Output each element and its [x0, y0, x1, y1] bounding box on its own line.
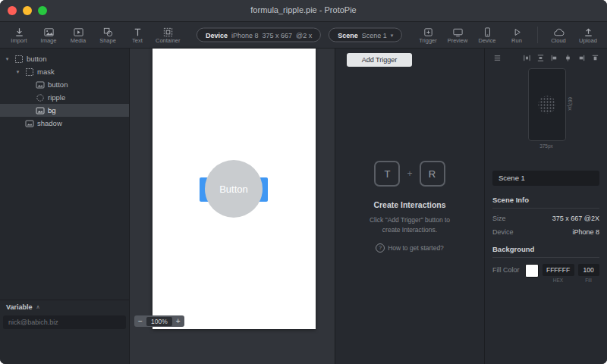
ripple-circle-layer[interactable]: Button — [205, 160, 263, 218]
layer-label: ripple — [48, 93, 65, 102]
ripple-dots-illustration — [537, 95, 557, 115]
scene-name-input[interactable] — [492, 171, 599, 186]
preview-tool-button[interactable]: Preview — [446, 27, 469, 44]
image-tool-button[interactable]: Image — [37, 27, 60, 44]
align-right-icon[interactable] — [577, 53, 586, 62]
layout-grid-icon[interactable] — [492, 53, 502, 62]
device-pill[interactable]: Device iPhone 8 375 x 667 @2 x — [197, 28, 321, 42]
tool-label: Text — [132, 38, 143, 44]
zoom-out-button[interactable]: − — [136, 316, 145, 326]
text-icon — [132, 27, 143, 38]
layer-row-mask[interactable]: ▾ mask — [0, 65, 129, 78]
image-layer-icon — [36, 106, 45, 115]
get-started-label: How to get started? — [388, 244, 444, 252]
layer-tree: ▾ button ▾ mask button ripple — [0, 49, 129, 130]
preview-icon — [452, 27, 464, 38]
distribute-vertical-icon[interactable] — [536, 53, 545, 62]
image-layer-icon — [25, 119, 34, 128]
tool-label: Upload — [579, 38, 597, 44]
cloud-tool-button[interactable]: Cloud — [547, 27, 570, 44]
canvas-area[interactable]: Button − 100% + — [130, 49, 335, 364]
hex-field-group: FFFFFF HEX — [543, 264, 574, 283]
chevron-down-icon: ▾ — [391, 32, 394, 38]
zoom-control: − 100% + — [134, 315, 184, 327]
device-tool-button[interactable]: Device — [476, 27, 498, 44]
scene-preview: 667px 375px — [492, 67, 599, 164]
shape-icon — [102, 27, 114, 38]
fill-opacity-input[interactable]: 100 — [578, 264, 599, 276]
trigger-icon — [423, 27, 434, 38]
disclosure-triangle-icon[interactable]: ▾ — [3, 56, 11, 62]
media-icon — [73, 27, 84, 38]
variable-section-header[interactable]: Variable ∧ — [0, 300, 129, 314]
layer-row-shadow[interactable]: shadow — [0, 117, 129, 130]
get-started-link[interactable]: ? How to get started? — [335, 243, 484, 253]
text-tool-button[interactable]: Text — [126, 27, 149, 44]
scene-pill[interactable]: Scene Scene 1 ▾ — [329, 28, 402, 42]
device-pill-label: Device — [206, 31, 228, 39]
variable-list-empty — [0, 332, 129, 364]
upload-icon — [583, 27, 594, 38]
layer-row-ripple[interactable]: ripple — [0, 91, 129, 104]
container-layer-icon — [14, 55, 24, 64]
media-tool-button[interactable]: Media — [67, 27, 90, 44]
shape-tool-button[interactable]: Shape — [96, 27, 119, 44]
align-left-icon[interactable] — [549, 53, 558, 62]
scene-pill-label: Scene — [338, 31, 358, 39]
tool-label: Container — [156, 38, 181, 44]
distribute-horizontal-icon[interactable] — [522, 53, 531, 62]
device-pill-model: iPhone 8 — [231, 31, 259, 39]
variable-label: Variable — [6, 303, 33, 311]
hex-caption: HEX — [553, 278, 563, 283]
sidebar-footer: Variable ∧ nick@babich.biz — [0, 300, 129, 364]
scene-info-title: Scene Info — [492, 196, 599, 209]
container-icon — [162, 27, 174, 38]
layer-row-bg[interactable]: bg — [0, 104, 129, 117]
hex-input[interactable]: FFFFFF — [543, 264, 574, 276]
fill-color-row: Fill Color FFFFFF HEX 100 Fill — [492, 264, 599, 283]
properties-toolbar — [492, 52, 599, 64]
device-icon — [482, 27, 493, 38]
container-tool-button[interactable]: Container — [156, 27, 181, 44]
fill-field-group: 100 Fill — [578, 264, 599, 283]
layer-label: bg — [48, 106, 56, 115]
upload-tool-button[interactable]: Upload — [577, 27, 599, 44]
align-top-icon[interactable] — [590, 53, 599, 62]
add-trigger-button[interactable]: Add Trigger — [347, 53, 412, 67]
artboard[interactable]: Button — [153, 49, 316, 329]
layer-row-button-image[interactable]: button — [0, 78, 129, 91]
empty-state-heading: Create Interactions — [335, 200, 484, 209]
button-text: Button — [219, 184, 248, 195]
layer-row-button-container[interactable]: ▾ button — [0, 52, 129, 65]
titlebar: formula_ripple.pie - ProtoPie — [0, 0, 607, 22]
scene-height-label: 667px — [568, 97, 573, 111]
trigger-response-illustration: T + R — [335, 161, 484, 187]
background-section: Background Fill Color FFFFFF HEX 100 Fil… — [492, 245, 599, 283]
plus-icon: + — [407, 168, 412, 179]
toolbar-left-tools: Import Image Media Shape Text Container — [8, 27, 181, 44]
trigger-empty-state: T + R Create Interactions Click "Add Tri… — [335, 161, 484, 253]
import-icon — [14, 27, 25, 38]
toolbar-center: Device iPhone 8 375 x 667 @2 x Scene Sce… — [197, 28, 402, 42]
trigger-tool-button[interactable]: Trigger — [417, 27, 439, 44]
layer-label: button — [48, 80, 68, 89]
tool-label: Cloud — [551, 38, 566, 44]
layer-label: mask — [37, 67, 55, 76]
run-tool-button[interactable]: Run — [505, 27, 528, 44]
scene-width-label: 375px — [528, 143, 565, 149]
size-value: 375 x 667 @2X — [552, 215, 599, 222]
align-center-horizontal-icon[interactable] — [563, 53, 572, 62]
import-tool-button[interactable]: Import — [8, 27, 30, 44]
toolbar-divider — [537, 27, 538, 43]
disclosure-triangle-icon[interactable]: ▾ — [14, 69, 22, 75]
device-row: Device iPhone 8 — [492, 228, 599, 236]
trigger-letter-icon: T — [374, 161, 400, 187]
image-icon — [43, 27, 55, 38]
fill-color-swatch[interactable] — [525, 264, 539, 278]
layer-label: button — [27, 55, 46, 63]
account-email[interactable]: nick@babich.biz — [3, 315, 126, 329]
zoom-in-button[interactable]: + — [174, 316, 183, 326]
cloud-icon — [553, 27, 565, 38]
run-icon — [511, 27, 523, 38]
zoom-level: 100% — [146, 317, 172, 326]
